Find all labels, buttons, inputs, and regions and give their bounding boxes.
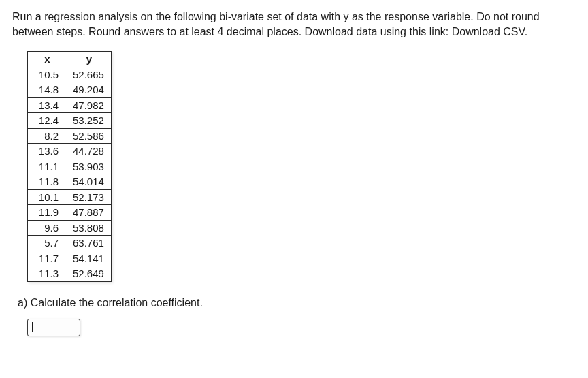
table-row: 11.854.014 [28, 174, 112, 190]
table-row: 14.849.204 [28, 82, 112, 98]
table-row: 11.947.887 [28, 205, 112, 221]
cell-y: 52.649 [67, 266, 112, 282]
cell-y: 54.141 [67, 251, 112, 266]
cell-y: 54.014 [67, 174, 112, 190]
cell-y: 52.586 [67, 128, 112, 144]
cell-y: 53.808 [67, 220, 112, 236]
cell-x: 9.6 [28, 220, 67, 236]
header-y: y [67, 52, 112, 67]
cell-x: 11.3 [28, 266, 67, 282]
cell-y: 44.728 [67, 144, 112, 159]
table-row: 13.644.728 [28, 144, 112, 159]
cell-x: 10.1 [28, 189, 67, 205]
table-body: 10.552.66514.849.20413.447.98212.453.252… [28, 67, 112, 281]
data-table: x y 10.552.66514.849.20413.447.98212.453… [27, 51, 112, 282]
table-row: 13.447.982 [28, 97, 112, 113]
cell-x: 11.7 [28, 251, 67, 266]
table-row: 10.152.173 [28, 189, 112, 205]
cell-y: 53.903 [67, 159, 112, 174]
table-row: 11.754.141 [28, 251, 112, 266]
cell-x: 5.7 [28, 236, 67, 251]
cell-y: 53.252 [67, 113, 112, 129]
part-a-label: a) Calculate the correlation coefficient… [18, 297, 576, 309]
cell-y: 49.204 [67, 82, 112, 98]
question-prompt: Run a regression analysis on the followi… [12, 10, 576, 39]
cell-x: 10.5 [28, 67, 67, 82]
cell-y: 52.665 [67, 67, 112, 82]
header-x: x [28, 52, 67, 67]
table-row: 10.552.665 [28, 67, 112, 82]
cell-y: 47.887 [67, 205, 112, 221]
cell-x: 14.8 [28, 82, 67, 98]
cell-x: 12.4 [28, 113, 67, 129]
table-row: 8.252.586 [28, 128, 112, 144]
cell-x: 11.9 [28, 205, 67, 221]
text-cursor [32, 322, 33, 332]
question-intro-end: . [525, 26, 527, 37]
table-row: 11.153.903 [28, 159, 112, 174]
cell-y: 52.173 [67, 189, 112, 205]
cell-y: 63.761 [67, 236, 112, 251]
table-row: 5.763.761 [28, 236, 112, 251]
cell-x: 8.2 [28, 128, 67, 144]
cell-y: 47.982 [67, 97, 112, 113]
answer-input[interactable] [27, 319, 80, 336]
table-row: 11.352.649 [28, 266, 112, 282]
cell-x: 13.6 [28, 144, 67, 159]
download-csv-link[interactable]: Download CSV [452, 26, 525, 37]
table-row: 12.453.252 [28, 113, 112, 129]
cell-x: 13.4 [28, 97, 67, 113]
cell-x: 11.8 [28, 174, 67, 190]
table-row: 9.653.808 [28, 220, 112, 236]
table-header-row: x y [28, 52, 112, 67]
cell-x: 11.1 [28, 159, 67, 174]
